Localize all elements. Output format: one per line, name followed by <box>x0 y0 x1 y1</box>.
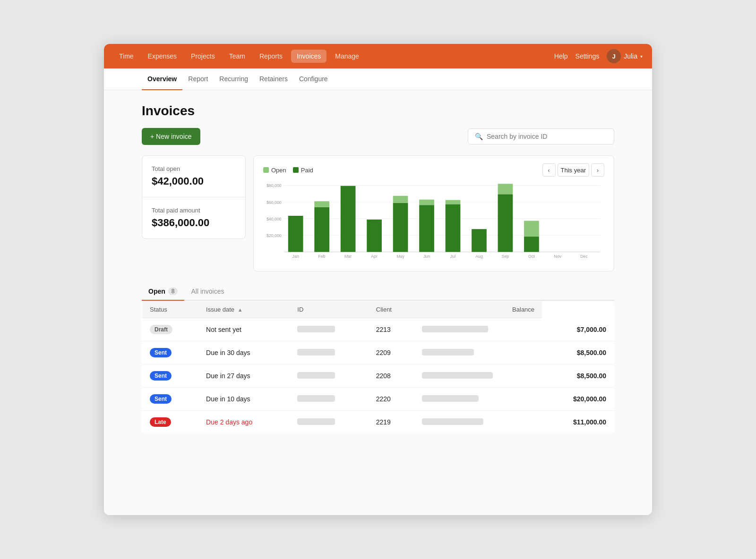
page-title: Invoices <box>142 103 614 119</box>
status-badge: Sent <box>150 348 172 357</box>
total-open-value: $42,000.00 <box>152 175 236 187</box>
bar-oct-paid <box>524 237 539 252</box>
client-placeholder <box>422 372 493 379</box>
cell-issue-date <box>290 364 368 388</box>
cell-status: Draft <box>142 318 199 341</box>
chart-prev-button[interactable]: ‹ <box>542 163 556 177</box>
sub-nav: Overview Report Recurring Retainers Conf… <box>104 68 652 90</box>
svg-text:$80,000: $80,000 <box>266 183 282 188</box>
cell-id: 2209 <box>369 341 414 364</box>
top-nav-left: Time Expenses Projects Team Reports Invo… <box>113 50 365 63</box>
cell-status-text: Due in 27 days <box>198 364 290 388</box>
sub-nav-configure[interactable]: Configure <box>293 68 334 90</box>
sub-nav-retainers[interactable]: Retainers <box>254 68 293 90</box>
svg-text:$20,000: $20,000 <box>266 233 282 238</box>
cell-balance: $20,000.00 <box>542 388 614 411</box>
bar-chart: $80,000 $60,000 $40,000 $20,000 Jan <box>263 181 604 264</box>
issue-date-placeholder <box>297 418 335 425</box>
client-placeholder <box>422 326 488 332</box>
cell-client <box>414 411 542 434</box>
table-row[interactable]: SentDue in 10 days2220$20,000.00 <box>142 388 614 411</box>
cell-id: 2220 <box>369 388 414 411</box>
svg-text:$40,000: $40,000 <box>266 217 282 221</box>
table-row[interactable]: SentDue in 30 days2209$8,500.00 <box>142 341 614 364</box>
summary-cards: Total open $42,000.00 Total paid amount … <box>142 155 246 271</box>
cell-client <box>414 388 542 411</box>
table-row[interactable]: LateDue 2 days ago2219$11,000.00 <box>142 411 614 434</box>
chart-legend: Open Paid <box>263 167 313 174</box>
new-invoice-button[interactable]: + New invoice <box>142 128 200 145</box>
nav-reports[interactable]: Reports <box>254 50 288 63</box>
cell-id: 2208 <box>369 364 414 388</box>
client-placeholder <box>422 395 479 402</box>
col-balance: Balance <box>414 301 542 318</box>
cell-client <box>414 364 542 388</box>
table-row[interactable]: SentDue in 27 days2208$8,500.00 <box>142 364 614 388</box>
cell-balance: $7,000.00 <box>542 318 614 341</box>
svg-text:Sep: Sep <box>502 254 509 259</box>
issue-date-placeholder <box>297 395 335 402</box>
svg-text:Oct: Oct <box>528 254 535 259</box>
bar-feb-open <box>314 201 329 207</box>
chart-svg-wrapper: $80,000 $60,000 $40,000 $20,000 Jan <box>263 181 604 266</box>
sub-nav-report[interactable]: Report <box>182 68 214 90</box>
chart-header: Open Paid ‹ This year › <box>263 163 604 177</box>
svg-text:Aug: Aug <box>475 254 483 259</box>
tab-open[interactable]: Open 8 <box>142 283 184 301</box>
chart-next-button[interactable]: › <box>591 163 604 177</box>
search-input[interactable] <box>487 133 607 140</box>
nav-team[interactable]: Team <box>223 50 251 63</box>
user-name: Julia <box>624 52 637 60</box>
table-row[interactable]: DraftNot sent yet2213$7,000.00 <box>142 318 614 341</box>
main-content: Invoices + New invoice 🔍 Total open $42,… <box>104 90 652 515</box>
legend-paid-dot <box>293 167 299 173</box>
legend-open-label: Open <box>271 167 286 174</box>
cell-status-text: Due 2 days ago <box>198 411 290 434</box>
nav-manage[interactable]: Manage <box>329 50 365 63</box>
total-paid-value: $386,000.00 <box>152 217 236 229</box>
tab-open-label: Open <box>148 288 165 295</box>
cell-issue-date <box>290 388 368 411</box>
nav-help[interactable]: Help <box>554 52 568 60</box>
col-id: ID <box>290 301 368 318</box>
bar-sep-paid <box>498 194 513 252</box>
cell-client <box>414 318 542 341</box>
sub-nav-overview[interactable]: Overview <box>142 68 182 90</box>
nav-time[interactable]: Time <box>113 50 139 63</box>
client-placeholder <box>422 418 483 425</box>
user-menu[interactable]: J Julia ▾ <box>607 49 643 63</box>
tab-all-invoices[interactable]: All invoices <box>184 283 231 301</box>
nav-settings[interactable]: Settings <box>576 52 600 60</box>
sub-nav-recurring[interactable]: Recurring <box>214 68 254 90</box>
nav-projects[interactable]: Projects <box>185 50 221 63</box>
nav-invoices[interactable]: Invoices <box>291 50 326 63</box>
bar-jan-paid <box>288 216 303 252</box>
nav-expenses[interactable]: Expenses <box>142 50 182 63</box>
cell-status-text: Not sent yet <box>198 318 290 341</box>
tab-bar: Open 8 All invoices <box>142 283 614 301</box>
svg-text:Jul: Jul <box>450 254 455 259</box>
status-description: Due in 10 days <box>206 395 250 403</box>
search-icon: 🔍 <box>475 133 483 140</box>
cell-balance: $11,000.00 <box>542 411 614 434</box>
top-nav-right: Help Settings J Julia ▾ <box>554 49 643 63</box>
bar-may-paid <box>393 203 408 252</box>
total-open-card: Total open $42,000.00 <box>142 155 246 197</box>
issue-date-placeholder <box>297 326 335 332</box>
cell-balance: $8,500.00 <box>542 364 614 388</box>
cell-status-text: Due in 30 days <box>198 341 290 364</box>
summary-chart-row: Total open $42,000.00 Total paid amount … <box>142 155 614 271</box>
legend-open-dot <box>263 167 269 173</box>
table-header-row: Status Issue date ▲ ID Client Balance <box>142 301 614 318</box>
client-placeholder <box>422 349 474 356</box>
bar-oct-open <box>524 221 539 237</box>
sort-icon: ▲ <box>238 307 243 313</box>
invoice-table: Status Issue date ▲ ID Client Balance Dr… <box>142 301 614 434</box>
chevron-down-icon: ▾ <box>640 54 643 59</box>
bar-feb-paid <box>314 207 329 252</box>
issue-date-placeholder <box>297 349 335 356</box>
cell-status: Sent <box>142 388 199 411</box>
total-paid-label: Total paid amount <box>152 207 236 214</box>
top-nav: Time Expenses Projects Team Reports Invo… <box>104 44 652 68</box>
col-issue-date[interactable]: Issue date ▲ <box>198 301 290 318</box>
